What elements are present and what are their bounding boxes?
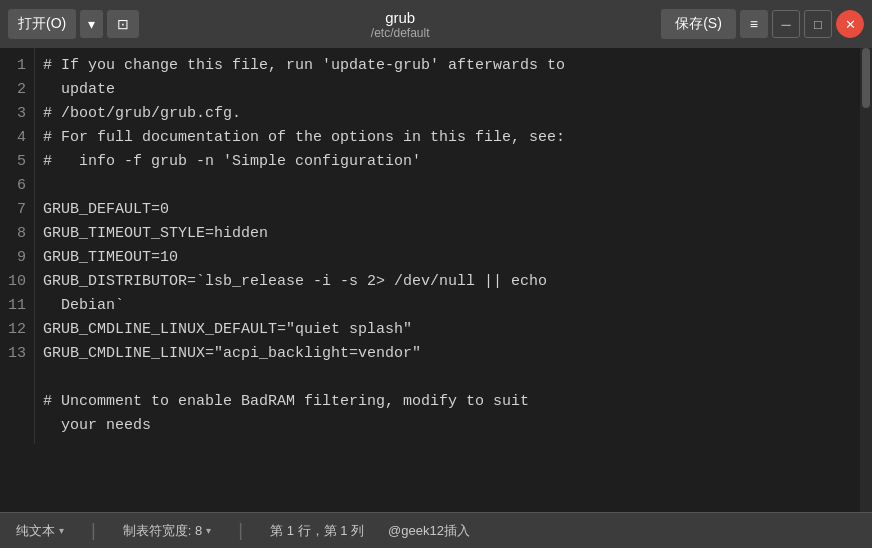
status-user: @geek12插入 xyxy=(388,522,470,540)
minimize-icon: ─ xyxy=(781,17,790,32)
code-line xyxy=(43,366,852,390)
code-area[interactable]: # If you change this file, run 'update-g… xyxy=(35,48,860,444)
position-label: 第 1 行，第 1 列 xyxy=(270,522,364,540)
save-label: 保存(S) xyxy=(675,15,722,31)
open-label: 打开(O) xyxy=(18,15,66,33)
line-number: 7 xyxy=(8,198,26,222)
maximize-button[interactable]: □ xyxy=(804,10,832,38)
status-text-type[interactable]: 纯文本 ▾ xyxy=(16,522,64,540)
menu-button[interactable]: ≡ xyxy=(740,10,768,38)
close-icon: ✕ xyxy=(845,17,856,32)
line-number: 2 xyxy=(8,78,26,102)
line-number: 1 xyxy=(8,54,26,78)
code-line: # Uncomment to enable BadRAM filtering, … xyxy=(43,390,852,438)
menu-icon: ≡ xyxy=(750,16,758,32)
line-number: 11 xyxy=(8,294,26,318)
open-button[interactable]: 打开(O) xyxy=(8,9,76,39)
window-title: grub xyxy=(385,9,415,26)
code-line: # info -f grub -n 'Simple configuration' xyxy=(43,150,852,174)
pin-button[interactable]: ⊡ xyxy=(107,10,139,38)
tab-width-arrow: ▾ xyxy=(206,525,211,536)
code-line: GRUB_CMDLINE_LINUX_DEFAULT="quiet splash… xyxy=(43,318,852,342)
maximize-icon: □ xyxy=(814,17,822,32)
line-number: 10 xyxy=(8,270,26,294)
scrollbar-thumb[interactable] xyxy=(862,48,870,108)
status-sep-1: | xyxy=(88,521,99,541)
code-line: GRUB_TIMEOUT=10 xyxy=(43,246,852,270)
user-label: @geek12插入 xyxy=(388,522,470,540)
editor-scroll[interactable]: 12345678910111213 # If you change this f… xyxy=(0,48,860,512)
line-number: 5 xyxy=(8,150,26,174)
editor-content: 12345678910111213 # If you change this f… xyxy=(0,48,860,444)
line-number: 8 xyxy=(8,222,26,246)
editor-container: 12345678910111213 # If you change this f… xyxy=(0,48,872,512)
code-line: GRUB_DISTRIBUTOR=`lsb_release -i -s 2> /… xyxy=(43,270,852,318)
status-sep-2: | xyxy=(235,521,246,541)
status-tab-width[interactable]: 制表符宽度: 8 ▾ xyxy=(123,522,211,540)
scrollbar-track[interactable] xyxy=(860,48,872,512)
window-subtitle: /etc/default xyxy=(371,26,430,40)
save-button[interactable]: 保存(S) xyxy=(661,9,736,39)
line-numbers: 12345678910111213 xyxy=(0,48,35,444)
code-line: # If you change this file, run 'update-g… xyxy=(43,54,852,102)
tab-width-label: 制表符宽度: 8 xyxy=(123,522,202,540)
status-position: 第 1 行，第 1 列 xyxy=(270,522,364,540)
open-dropdown-icon: ▾ xyxy=(88,16,95,32)
titlebar-left: 打开(O) ▾ ⊡ xyxy=(8,9,139,39)
line-number: 3 xyxy=(8,102,26,126)
open-dropdown-button[interactable]: ▾ xyxy=(80,10,103,38)
line-number: 12 xyxy=(8,318,26,342)
close-button[interactable]: ✕ xyxy=(836,10,864,38)
titlebar-right: 保存(S) ≡ ─ □ ✕ xyxy=(661,9,864,39)
pin-icon: ⊡ xyxy=(117,16,129,32)
code-line: GRUB_TIMEOUT_STYLE=hidden xyxy=(43,222,852,246)
code-line: # For full documentation of the options … xyxy=(43,126,852,150)
minimize-button[interactable]: ─ xyxy=(772,10,800,38)
titlebar: 打开(O) ▾ ⊡ grub /etc/default 保存(S) ≡ ─ □ … xyxy=(0,0,872,48)
text-type-arrow: ▾ xyxy=(59,525,64,536)
code-line xyxy=(43,174,852,198)
statusbar: 纯文本 ▾ | 制表符宽度: 8 ▾ | 第 1 行，第 1 列 @geek12… xyxy=(0,512,872,548)
code-line: GRUB_CMDLINE_LINUX="acpi_backlight=vendo… xyxy=(43,342,852,366)
line-number: 6 xyxy=(8,174,26,198)
code-line: # /boot/grub/grub.cfg. xyxy=(43,102,852,126)
line-number: 13 xyxy=(8,342,26,366)
code-line: GRUB_DEFAULT=0 xyxy=(43,198,852,222)
line-number: 9 xyxy=(8,246,26,270)
text-type-label: 纯文本 xyxy=(16,522,55,540)
line-number: 4 xyxy=(8,126,26,150)
titlebar-center: grub /etc/default xyxy=(145,9,655,40)
